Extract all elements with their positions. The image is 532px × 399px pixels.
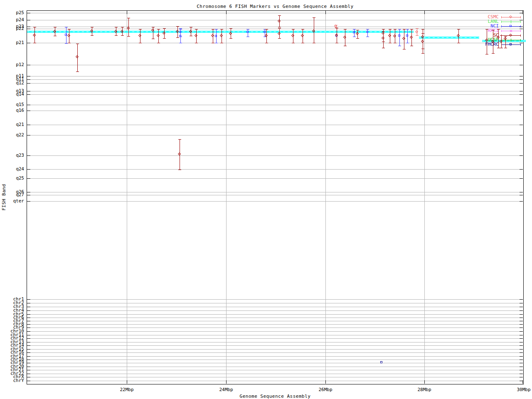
y-tick-left [27,360,30,360]
error-bar-cap [190,27,192,27]
error-bar-cap [382,31,385,32]
grid-line-y [27,111,523,111]
legend-sample-cap-right [520,21,521,23]
error-bar-cap [353,37,356,37]
y-tick-right [520,314,523,315]
error-bar-cap [492,30,495,30]
error-bar-cap [115,27,118,27]
legend-marker-lanl-v [511,20,511,23]
error-bar-cap [278,28,281,29]
y-tick-left [27,377,30,377]
legend-sample-cap-right [520,16,521,18]
grid-line-y [27,314,523,315]
grid-line-y [27,370,523,370]
y-tick-left [27,299,30,300]
y-tick-left [27,374,30,374]
error-bar-cap [457,29,460,30]
y-tick-label: qter [0,199,24,203]
error-bar-sc [423,33,423,53]
legend-sample-cap-right [520,44,521,46]
grid-line-y [27,335,523,335]
y-tick-left [27,13,30,13]
grid-line-y [27,356,523,357]
error-bar-cap [163,38,166,39]
assembly-band-segment [27,31,414,33]
grid-line-y [27,125,523,125]
error-bar-sc [498,29,499,48]
error-bar-cap [91,27,94,27]
y-tick-right [520,83,523,84]
chart-title: Chromosome 6 FISH Markers vs Genome Sequ… [27,4,524,9]
y-tick-right [520,360,523,360]
error-bar-cap [292,29,295,30]
error-bar-cap [398,29,401,30]
legend-sample-cap-right [520,25,521,27]
grid-line-y [27,381,523,381]
grid-line-y [27,318,523,318]
y-tick-right [520,201,523,202]
error-bar-cap [406,29,409,30]
error-bar-cap [485,29,488,30]
x-tick-bottom [325,380,326,384]
y-tick-left [27,356,30,357]
y-tick-left [27,79,30,80]
y-tick-label: q12 [0,81,24,85]
y-tick-left [27,105,30,105]
grid-line-y [27,345,523,346]
y-tick-label: q27 [0,193,24,197]
x-axis-title: Genome Sequence Assembly [27,394,524,399]
error-bar-cap [504,48,507,48]
y-tick-label: p24 [0,18,24,22]
grid-line-y [27,155,523,156]
legend-label-fhcrc: FHCRC [449,42,499,47]
y-tick-right [520,111,523,111]
grid-line-y [27,303,523,303]
grid-line-y [27,76,523,76]
error-bar-sc [487,29,487,54]
y-tick-label: q22 [0,133,24,137]
error-bar-cap [127,18,130,18]
grid-line-y [27,178,523,179]
legend-sample-cap-left [501,25,502,27]
y-tick-right [520,169,523,170]
error-bar-cap [353,29,356,30]
error-bar-cap [278,38,281,39]
error-bar-cap [212,29,214,30]
error-bar-cap [265,29,268,30]
data-point-nci [366,31,368,33]
y-tick-left [27,83,30,84]
error-bar-cap [33,27,36,27]
y-tick-right [520,135,523,135]
grid-line-y [27,307,523,307]
grid-line-x [127,11,127,384]
grid-line-y [27,79,523,80]
y-tick-left [27,125,30,125]
grid-line-y [27,192,523,192]
y-tick-left [27,20,30,20]
grid-line-y [27,299,523,300]
data-point-nci [353,31,355,33]
error-bar-cap [335,43,338,43]
y-tick-left [27,65,30,65]
y-tick-left [27,91,30,91]
error-bar-cap [278,27,281,27]
error-bar-cap [212,43,214,43]
y-tick-right [520,377,523,377]
error-bar-cap [176,37,179,38]
data-point-nci [65,34,67,36]
y-tick-left [27,29,30,29]
y-tick-left [27,201,30,202]
grid-line-y [27,328,523,328]
error-bar-cap [76,44,79,44]
error-bar-cap [421,53,424,54]
error-bar-cap [389,43,392,43]
grid-line-y [27,201,523,202]
y-tick-right [520,321,523,321]
y-tick-right [520,367,523,367]
error-bar-cap [179,29,182,30]
y-tick-left [27,328,30,328]
legend-label-rpci: RPCI [449,28,499,33]
error-bar-cap [68,43,71,43]
y-tick-right [520,155,523,156]
y-tick-left [27,307,30,307]
